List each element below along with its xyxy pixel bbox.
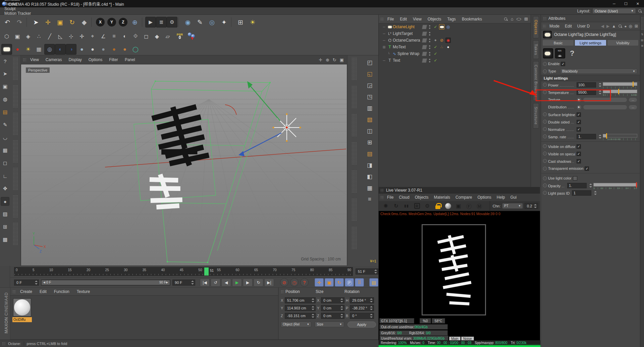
octane-material-specular-button[interactable]: ● (98, 44, 109, 55)
loop-button[interactable]: ↻ (254, 279, 263, 287)
spline-pen-tool[interactable]: ✎ (1, 120, 9, 129)
visible-diffuse-checkbox[interactable]: ✓ (577, 144, 581, 149)
cube-tool[interactable]: ◻ (1, 159, 9, 167)
octane-env2-button[interactable]: ◑ (66, 44, 76, 55)
double-sided-checkbox[interactable]: ✓ (577, 120, 581, 124)
position-field[interactable]: 114.903 cm (285, 305, 316, 311)
normalize-checkbox[interactable]: ✓ (577, 127, 581, 132)
type-dropdown[interactable]: Blackbody▼ (560, 68, 637, 74)
history-forward-icon[interactable]: ▶ (606, 24, 609, 29)
points-mode-icon[interactable]: ∴ (34, 31, 44, 42)
play-backwards-button[interactable]: ↺ (211, 279, 220, 287)
key-scale-button[interactable]: ▣ (325, 278, 334, 287)
rotation-field[interactable]: 29.034 ° (350, 297, 374, 303)
octane-floor-button[interactable]: ▦ (34, 44, 44, 55)
current-frame-field[interactable]: 51 F (356, 268, 378, 275)
help-icon[interactable]: ? (570, 49, 574, 58)
attr-search-icon[interactable] (618, 24, 622, 28)
octane-lighttag-icon[interactable] (439, 24, 444, 30)
timeline-mode-button[interactable]: ▤ (369, 278, 378, 287)
axis-tool[interactable]: ∟ (1, 171, 9, 180)
position-field[interactable]: 51.706 cm (285, 297, 316, 303)
modeling-tool-12[interactable]: ▦ (364, 182, 375, 194)
texture-tag-icon[interactable]: ● (445, 44, 451, 50)
visible-specular-checkbox[interactable]: ✓ (577, 152, 581, 156)
next-frame-button[interactable]: ▶ (243, 279, 253, 287)
preview-range-slider[interactable]: ◀0 F90 F▶ (41, 280, 170, 286)
attr-menu-item[interactable]: Mode (547, 24, 562, 29)
texture-field[interactable] (583, 97, 627, 102)
om-home-icon[interactable]: ⌂ (511, 16, 514, 21)
object-row-motext[interactable]: ⊞T MoText ✓ ∴ ● (379, 44, 531, 50)
lv-menu-item[interactable]: Materials (431, 195, 453, 200)
param-radio[interactable] (543, 62, 547, 66)
tab-light-settings[interactable]: Light settings (575, 40, 606, 46)
goto-start-button[interactable]: |◀ (200, 279, 210, 287)
history-back-icon[interactable]: ◀ (601, 24, 604, 29)
lock-icon[interactable]: 🔒︎ (625, 24, 626, 28)
octane-cameratag-icon[interactable]: ⊘ (439, 38, 444, 43)
material-menu-item[interactable]: Function (50, 289, 73, 294)
opacity-field[interactable]: 1. (567, 183, 587, 188)
viewport-pan-icon[interactable]: ✛ (319, 57, 322, 62)
object-row-lighttarget[interactable]: ─L⁰ LightTarget (379, 30, 531, 37)
paint-tool[interactable]: ▨ (1, 210, 9, 218)
modeling-tool-7[interactable]: ◫ (364, 125, 375, 137)
position-field[interactable]: -93.151 cm (285, 313, 316, 319)
channel-dropdown[interactable]: PT▼ (502, 203, 523, 209)
add-icon[interactable]: ⊞ (635, 24, 638, 29)
panel-grip[interactable] (281, 290, 284, 293)
settings-gear-button[interactable]: ⚙ (423, 202, 432, 210)
octane-material-tag-icon[interactable]: ∴ (439, 44, 444, 50)
cast-shadows-checkbox[interactable]: ✓ (577, 159, 581, 163)
dock-panel-icon[interactable]: ▤ (641, 39, 644, 42)
apply-button[interactable]: Apply (347, 321, 376, 328)
render-region-button[interactable]: ▣ (454, 202, 463, 210)
live-selection-tool[interactable]: ➤ (30, 16, 42, 28)
uv-tool[interactable]: ▤ (1, 108, 9, 116)
lock-resolution-button[interactable] (433, 202, 442, 210)
close-button[interactable]: ✕ (636, 2, 639, 6)
model-tool[interactable]: ▣ (1, 82, 9, 91)
region-spinner[interactable]: 0.2 (525, 203, 538, 209)
octane-logo-button[interactable]: ✺ (381, 202, 390, 210)
lv-menu-item[interactable]: Objects (412, 195, 431, 200)
edges-mode-icon[interactable]: ╱ (44, 31, 55, 42)
enable-axis-icon[interactable]: ⊹ (66, 31, 76, 42)
panel-grip[interactable] (12, 290, 16, 293)
brush-icon[interactable]: ✎ (194, 16, 206, 28)
octane-material-glossy-button[interactable]: ● (76, 44, 87, 55)
layout-dropdown[interactable]: Octane (User)▼ (592, 8, 636, 14)
render-settings-button[interactable]: ⚙ (167, 17, 177, 28)
arc-tool[interactable]: ◡ (1, 133, 9, 142)
om-search-icon[interactable] (504, 17, 508, 21)
size-mode-dropdown[interactable]: Size▼ (315, 321, 344, 327)
octane-ring-button[interactable]: ◯ (130, 44, 141, 55)
object-row-octanecamera[interactable]: ─⌬ OctaneCamera ⌖ ⊘ ◉ (379, 37, 531, 44)
coordinate-mode-dropdown[interactable]: Object (Rel▼ (281, 321, 311, 327)
viewport-maximize-icon[interactable]: ▣ (340, 57, 344, 62)
modeling-tool-13[interactable]: ≡ (364, 194, 375, 205)
temperature-field[interactable]: 5500. (577, 90, 596, 95)
surface-brightness-checkbox[interactable]: ✓ (577, 112, 581, 117)
dock-add-icon[interactable]: ⊞ (641, 44, 643, 47)
rotate-tool[interactable]: ↻ (66, 16, 78, 28)
menu-item[interactable]: Render (1, 2, 34, 6)
prev-frame-button[interactable]: ◀ (221, 279, 231, 287)
lv-menu-item[interactable]: File (384, 195, 396, 200)
dock-arrows-icon[interactable]: ⇅ (641, 33, 643, 36)
divider[interactable] (178, 17, 181, 27)
sphere-tool[interactable]: ● (1, 197, 9, 206)
octane-material-diffuse-button[interactable]: ● (87, 44, 98, 55)
camera-tag-icon[interactable]: ◉ (445, 38, 451, 43)
texture-mode-icon[interactable]: ◈ (23, 31, 34, 42)
material-ball-button[interactable] (444, 202, 452, 210)
modeling-tool-6[interactable]: ▧ (364, 114, 375, 125)
workplane-icon[interactable]: ✛ (76, 31, 87, 42)
lv-menu-item[interactable]: Gui (507, 195, 519, 200)
texture-browse-button[interactable]: ... (629, 97, 637, 102)
panel-grip[interactable] (23, 58, 26, 61)
coordinate-system-button[interactable]: ⊕ (129, 16, 141, 28)
list-icon[interactable]: ≡ (109, 31, 119, 42)
play-button[interactable]: ▶ (232, 279, 242, 287)
